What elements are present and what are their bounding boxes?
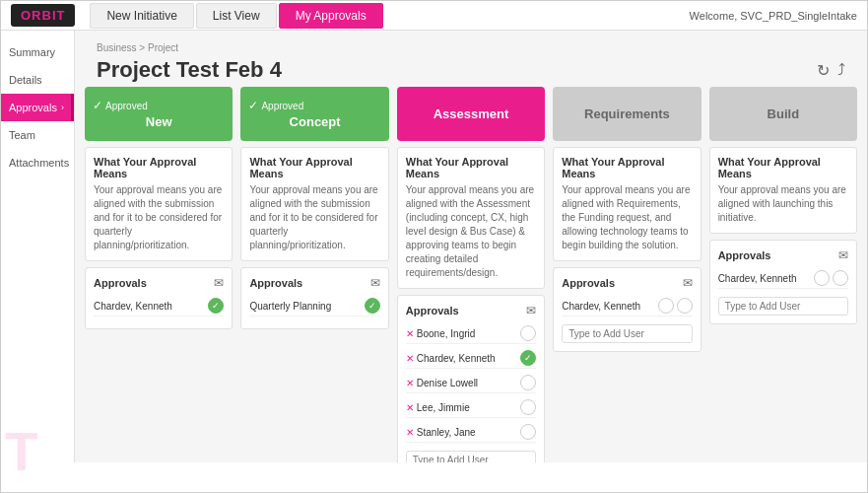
card-title-requirements: What Your Approval Means xyxy=(562,156,692,179)
approvals-card-new: Approvals ✉ Chardev, Kenneth ✓ xyxy=(85,267,233,329)
status-pending-req-1 xyxy=(658,298,674,314)
add-user-input-requirements[interactable] xyxy=(562,324,692,343)
approver-status-assess-3 xyxy=(520,375,536,390)
approver-row-assess-5: ✕ Stanley, Jane xyxy=(406,422,536,443)
approver-row-build-1: Chardev, Kenneth xyxy=(718,268,848,289)
approvals-title-build: Approvals xyxy=(718,249,771,261)
approver-name-assess-2: Chardev, Kenneth xyxy=(417,353,520,364)
app-logo: ORBIT xyxy=(11,4,75,27)
approvals-header-assessment: Approvals ✉ xyxy=(406,304,536,317)
approvals-title-new: Approvals xyxy=(94,277,147,289)
sidebar-item-attachments[interactable]: Attachments xyxy=(1,149,74,176)
check-icon-concept: ✓ xyxy=(248,99,258,112)
nav-new-initiative[interactable]: New Initiative xyxy=(90,3,193,29)
approver-name-assess-1: Boone, Ingrid xyxy=(417,328,520,339)
status-pending-1 xyxy=(520,325,536,341)
status-pending-build-1 xyxy=(814,270,830,286)
add-user-input-build[interactable] xyxy=(718,297,848,316)
approver-status-assess-1 xyxy=(520,325,536,341)
card-desc-new: Your approval means you are aligned with… xyxy=(94,183,224,252)
status-pending-req-2 xyxy=(677,298,693,314)
status-approved-2: ✓ xyxy=(520,350,536,366)
title-actions: ↻ ⤴ xyxy=(817,61,845,80)
approvals-card-assessment: Approvals ✉ ✕ Boone, Ingrid ✕ Cha xyxy=(397,295,545,462)
approver-row-assess-3: ✕ Denise Lowell xyxy=(406,373,536,393)
sidebar-item-team[interactable]: Team xyxy=(1,121,74,149)
approver-name-concept-1: Quarterly Planning xyxy=(249,301,364,312)
sidebar-label-attachments: Attachments xyxy=(9,157,69,169)
content-area: Business > Project Project Test Feb 4 ↻ … xyxy=(75,31,867,462)
card-desc-requirements: Your approval means you are aligned with… xyxy=(562,183,692,252)
approver-row-assess-4: ✕ Lee, Jimmie xyxy=(406,397,536,418)
stage-columns: ✓ Approved New What Your Approval Means … xyxy=(85,87,857,462)
sidebar-item-summary[interactable]: Summary xyxy=(1,38,74,66)
sidebar: Summary Details Approvals › Team Attachm… xyxy=(1,31,75,462)
stage-name-concept: Concept xyxy=(248,114,380,129)
status-pending-4 xyxy=(520,399,536,415)
add-user-input-assessment[interactable] xyxy=(406,451,536,462)
approval-means-card-build: What Your Approval Means Your approval m… xyxy=(709,147,857,234)
breadcrumb: Business > Project xyxy=(85,38,857,53)
stage-status-new: ✓ Approved xyxy=(93,99,225,112)
approvals-header-build: Approvals ✉ xyxy=(718,248,848,262)
approver-name-assess-4: Lee, Jimmie xyxy=(417,402,520,413)
approvals-title-concept: Approvals xyxy=(249,277,302,289)
status-approved-icon-concept: ✓ xyxy=(365,298,380,314)
approver-name-assess-3: Denise Lowell xyxy=(417,378,520,388)
approver-row-req-1: Chardev, Kenneth xyxy=(562,296,692,317)
stage-name-build: Build xyxy=(717,106,849,121)
sidebar-item-approvals[interactable]: Approvals › xyxy=(1,94,74,121)
approver-name-build-1: Chardev, Kenneth xyxy=(718,273,814,284)
sidebar-item-details[interactable]: Details xyxy=(1,66,74,94)
nav-tabs: New Initiative List View My Approvals xyxy=(90,3,382,29)
sidebar-arrow-icon: › xyxy=(61,103,64,112)
stage-header-concept: ✓ Approved Concept xyxy=(240,87,388,141)
x-mark-icon-2: ✕ xyxy=(406,353,414,364)
approvals-header-new: Approvals ✉ xyxy=(94,276,224,290)
approver-status-concept-1: ✓ xyxy=(365,298,380,314)
sidebar-label-approvals: Approvals xyxy=(9,102,57,113)
x-mark-icon-3: ✕ xyxy=(406,378,414,388)
approver-row-concept-1: Quarterly Planning ✓ xyxy=(249,296,379,317)
status-approved-icon: ✓ xyxy=(208,298,224,314)
approver-status-assess-4 xyxy=(520,399,536,415)
stage-header-new: ✓ Approved New xyxy=(85,87,233,141)
approval-means-card-requirements: What Your Approval Means Your approval m… xyxy=(553,147,701,261)
stage-status-concept: ✓ Approved xyxy=(248,99,380,112)
status-pending-build-2 xyxy=(833,270,848,286)
column-assessment: Assessment What Your Approval Means Your… xyxy=(397,87,545,462)
approval-means-card-new: What Your Approval Means Your approval m… xyxy=(85,147,233,261)
card-desc-build: Your approval means you are aligned with… xyxy=(718,183,848,225)
card-title-assessment: What Your Approval Means xyxy=(406,156,536,179)
envelope-icon-assessment: ✉ xyxy=(526,304,536,317)
approvals-title-assessment: Approvals xyxy=(406,305,459,317)
card-desc-concept: Your approval means you are aligned with… xyxy=(249,183,379,252)
approver-name-new-1: Chardev, Kenneth xyxy=(94,301,208,312)
approver-status-assess-2: ✓ xyxy=(520,350,536,366)
envelope-icon-build: ✉ xyxy=(838,248,848,262)
stage-name-assessment: Assessment xyxy=(405,106,537,121)
status-pending-3 xyxy=(520,375,536,390)
column-requirements: Requirements What Your Approval Means Yo… xyxy=(553,87,701,462)
approver-status-assess-5 xyxy=(520,424,536,440)
stage-status-label-concept: Approved xyxy=(261,101,303,111)
x-mark-icon-5: ✕ xyxy=(406,427,414,438)
x-mark-icon-1: ✕ xyxy=(406,328,414,339)
nav-list-view[interactable]: List View xyxy=(196,3,277,29)
stage-header-assessment: Assessment xyxy=(397,87,545,141)
column-build: Build What Your Approval Means Your appr… xyxy=(709,87,857,462)
stage-header-requirements: Requirements xyxy=(553,87,701,141)
page-title: Project Test Feb 4 xyxy=(97,57,282,83)
welcome-text: Welcome, SVC_PRD_SingleIntake xyxy=(690,10,857,22)
refresh-button[interactable]: ↻ xyxy=(817,61,830,80)
share-button[interactable]: ⤴ xyxy=(837,61,845,80)
nav-my-approvals[interactable]: My Approvals xyxy=(279,3,383,29)
card-title-concept: What Your Approval Means xyxy=(249,156,379,179)
approvals-card-requirements: Approvals ✉ Chardev, Kenneth xyxy=(553,267,701,352)
approver-name-assess-5: Stanley, Jane xyxy=(417,427,520,438)
stage-name-requirements: Requirements xyxy=(561,106,693,121)
approval-means-card-concept: What Your Approval Means Your approval m… xyxy=(240,147,388,261)
approver-row-new-1: Chardev, Kenneth ✓ xyxy=(94,296,224,317)
approver-status-build-1 xyxy=(814,270,848,286)
column-concept: ✓ Approved Concept What Your Approval Me… xyxy=(240,87,388,462)
